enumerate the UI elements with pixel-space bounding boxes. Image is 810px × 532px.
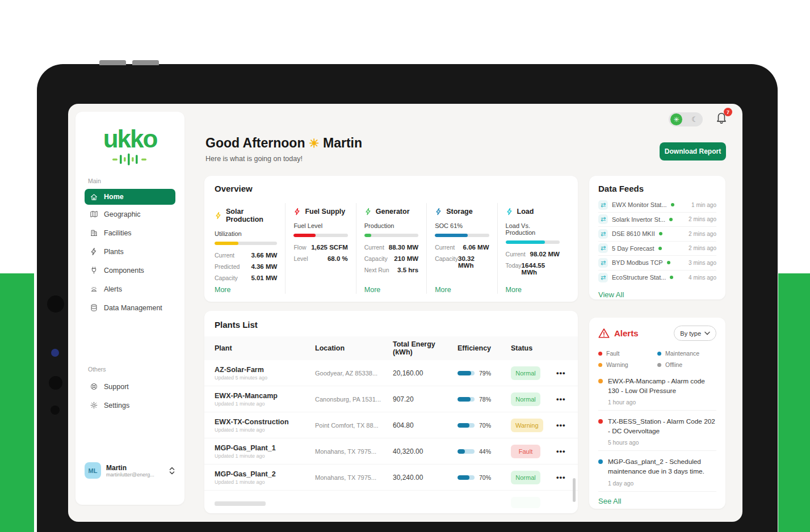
tablet-volume-button xyxy=(132,60,159,65)
plant-updated: Updated 1 minute ago xyxy=(215,479,311,485)
download-report-button[interactable]: Download Report xyxy=(660,142,726,161)
user-profile[interactable]: ML Martin martinlutter@energ... xyxy=(85,462,175,479)
dark-mode-icon[interactable]: ☾ xyxy=(691,115,698,124)
progress-fill xyxy=(435,234,468,237)
progress-fill xyxy=(215,242,238,245)
row-menu-button[interactable]: ••• xyxy=(556,447,573,455)
plant-energy: 40,320.00 xyxy=(393,447,452,455)
view-all-link[interactable]: View All xyxy=(598,290,624,299)
alert-text: EWX-PA-Mancamp - Alarm code 130 - Low Oi… xyxy=(608,377,716,396)
feed-link[interactable]: BYD Modbus TCP xyxy=(612,259,663,266)
sidebar-item-support[interactable]: Support xyxy=(75,377,184,396)
feed-link[interactable]: Solark Invertor St... xyxy=(612,216,665,223)
page-subtitle: Here is what is going on today! xyxy=(205,155,303,163)
status-dot xyxy=(658,247,662,250)
feed-link[interactable]: EcoStructure Stat... xyxy=(612,274,666,281)
stat-key: Next Run xyxy=(364,267,389,273)
efficiency-value: 70% xyxy=(479,422,491,429)
table-row[interactable]: MGP-Gas_Plant_2Updated 1 minute ago Mona… xyxy=(204,465,578,491)
more-link[interactable]: More xyxy=(215,286,230,294)
logo-waveform-icon xyxy=(112,153,148,166)
greeting-user-name: Martin xyxy=(323,136,362,150)
stat-value: 4.36 MW xyxy=(251,263,277,270)
feed-link[interactable]: 5 Day Forecast xyxy=(612,245,654,252)
col-header-energy: Total Energy (kWh) xyxy=(393,340,452,356)
bolt-icon xyxy=(89,247,98,256)
table-row[interactable]: EWX-TX-ConstructionUpdated 1 minute ago … xyxy=(204,412,578,438)
overview-col-name: Generator xyxy=(376,208,410,216)
efficiency-value: 79% xyxy=(479,370,491,377)
stat-value: 68.0 % xyxy=(328,255,348,262)
feed-link[interactable]: DSE 8610 MKII xyxy=(612,230,655,237)
more-link[interactable]: More xyxy=(506,286,522,294)
stat-value: 5.01 MW xyxy=(251,275,277,281)
metric-label: SOC 61% xyxy=(435,222,489,229)
sidebar-item-data-management[interactable]: Data Management xyxy=(75,298,184,317)
stat-key: Capacity xyxy=(435,255,458,262)
feed-link[interactable]: EWX Monitor Stat... xyxy=(612,201,667,208)
overview-col-solar: Solar Production Utilization Current3.66… xyxy=(215,203,285,294)
alert-item[interactable]: MGP-Gas_plant_2 - Scheduled maintenance … xyxy=(598,451,716,491)
sidebar-item-components[interactable]: Components xyxy=(75,261,184,280)
overview-title: Overview xyxy=(215,184,568,193)
status-dot xyxy=(667,261,670,264)
sidebar-item-home[interactable]: Home xyxy=(85,189,175,205)
plant-location: Monahans, TX 7975... xyxy=(315,474,389,481)
alert-text: TX-BESS_Station - Alarm Code 202 - DC Ov… xyxy=(608,417,716,436)
bolt-icon xyxy=(293,208,301,216)
building-icon xyxy=(89,229,98,238)
siren-icon xyxy=(89,285,98,294)
plant-energy: 20,160.00 xyxy=(393,369,452,377)
plant-name: EWX-PA-Mancamp xyxy=(215,392,311,400)
tablet-camera xyxy=(47,295,64,313)
plant-name: MGP-Gas_Plant_2 xyxy=(215,470,311,478)
table-row[interactable]: MGP-Gas_Plant_1Updated 1 minute ago Mona… xyxy=(204,438,578,465)
feed-row: ⇄ Solark Invertor St... 2 mins ago xyxy=(598,213,716,227)
feed-row: ⇄ 5 Day Forecast 2 mins ago xyxy=(598,242,716,256)
metric-label: Utilization xyxy=(215,230,277,237)
sidebar-item-settings[interactable]: Settings xyxy=(75,396,184,415)
efficiency-value: 44% xyxy=(479,448,491,455)
plant-updated: Updated 1 minute ago xyxy=(215,427,311,433)
see-all-link[interactable]: See All xyxy=(598,497,621,505)
plants-list-title: Plants List xyxy=(204,311,578,336)
row-menu-button[interactable]: ••• xyxy=(556,369,573,377)
more-link[interactable]: More xyxy=(364,286,380,294)
profile-email: martinlutter@energ... xyxy=(106,472,161,478)
alert-item[interactable]: TX-BESS_Station - Alarm Code 202 - DC Ov… xyxy=(598,411,716,451)
overview-col-name: Storage xyxy=(446,208,473,216)
scrollbar-thumb[interactable] xyxy=(573,478,576,502)
sidebar-item-plants[interactable]: Plants xyxy=(75,242,184,261)
plant-updated: Updated 1 minute ago xyxy=(215,401,311,407)
sidebar-item-geographic[interactable]: Geographic xyxy=(75,205,184,223)
feed-time: 2 mins ago xyxy=(689,216,716,222)
sidebar-item-label: Plants xyxy=(104,248,124,256)
sync-arrows-icon: ⇄ xyxy=(598,229,608,239)
support-icon xyxy=(89,382,98,391)
status-badge: Normal xyxy=(511,366,540,380)
sidebar-item-facilities[interactable]: Facilities xyxy=(75,223,184,242)
feed-time: 3 mins ago xyxy=(689,260,716,266)
background-accent-right xyxy=(778,273,810,532)
sidebar-item-alerts[interactable]: Alerts xyxy=(75,280,184,298)
notifications-button[interactable]: 7 xyxy=(715,111,730,126)
table-row[interactable]: EWX-PA-MancampUpdated 1 minute ago Canon… xyxy=(204,386,578,412)
home-icon xyxy=(89,192,98,201)
alerts-title: Alerts xyxy=(614,328,639,338)
row-menu-button[interactable]: ••• xyxy=(556,421,573,429)
alerts-legend: Fault Warning Maintenance Offline xyxy=(598,348,716,370)
feed-time: 2 mins ago xyxy=(689,231,716,237)
row-menu-button[interactable]: ••• xyxy=(556,395,573,403)
alerts-filter-dropdown[interactable]: By type xyxy=(674,326,716,341)
theme-toggle[interactable]: ✳ ☾ xyxy=(669,112,703,126)
table-row[interactable]: AZ-Solar-FarmUpdated 5 minutes ago Goody… xyxy=(204,360,578,386)
more-link[interactable]: More xyxy=(435,286,451,294)
progress-fill xyxy=(364,234,371,237)
tablet-frame: ukko Main Home xyxy=(37,64,778,532)
plant-updated: Updated 5 minutes ago xyxy=(215,375,311,381)
stat-value: 1644.55 MWh xyxy=(522,262,560,276)
row-menu-button[interactable]: ••• xyxy=(556,473,573,482)
light-mode-icon[interactable]: ✳ xyxy=(670,113,682,125)
chevron-updown-icon[interactable] xyxy=(169,466,175,475)
alert-item[interactable]: EWX-PA-Mancamp - Alarm code 130 - Low Oi… xyxy=(598,370,716,411)
